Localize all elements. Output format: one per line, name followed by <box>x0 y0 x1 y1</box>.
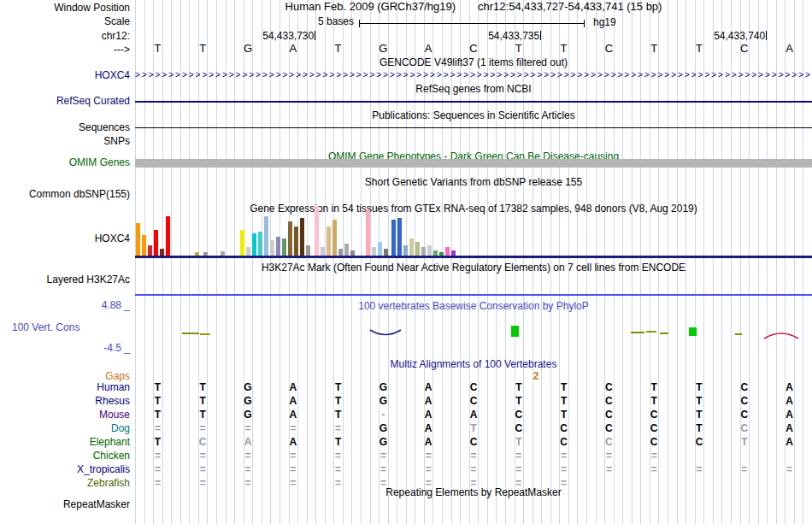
track-title-gencode[interactable]: GENCODE V49lift37 (1 items filtered out) <box>135 56 812 68</box>
alignment-base: = <box>561 450 567 462</box>
alignment-base: = <box>244 463 250 475</box>
conservation-mark <box>182 333 199 334</box>
alignment-base: G <box>380 395 387 407</box>
track-title-publications[interactable]: Publications: Sequences in Scientific Ar… <box>135 109 812 121</box>
track-label-snps[interactable]: SNPs <box>0 135 130 147</box>
species-label-zebrafish[interactable]: Zebrafish <box>0 477 130 489</box>
species-label-human[interactable]: Human <box>0 381 130 393</box>
track-label-refseq-curated[interactable]: RefSeq Curated <box>0 95 130 107</box>
gtex-bar <box>421 247 426 256</box>
track-label-100-vert-cons[interactable]: 100 Vert. Cons <box>12 321 79 333</box>
conservation-mark <box>660 333 668 334</box>
track-title-dbsnp[interactable]: Short Genetic Variants from dbSNP releas… <box>135 176 812 188</box>
alignment-base: G <box>380 422 387 434</box>
reference-base: T <box>561 43 568 55</box>
track-label-repeatmasker[interactable]: RepeatMasker <box>0 498 130 510</box>
chrom-label: chr12: <box>0 30 130 42</box>
ruler-coordinate: 54,433,730 <box>211 31 314 42</box>
refseq-item-line[interactable] <box>135 101 812 103</box>
alignment-base: C <box>740 422 748 434</box>
gene-label-hoxc4[interactable]: HOXC4 <box>0 69 130 81</box>
alignment-base: T <box>155 409 161 421</box>
alignment-base: = <box>651 450 657 462</box>
alignment-base: = <box>561 463 567 475</box>
track-title-repeatmasker[interactable]: Repeating Elements by RepeatMasker <box>135 486 812 498</box>
conservation-scale-min: -4.5 _ <box>0 342 130 354</box>
track-label-gaps[interactable]: Gaps <box>0 370 130 382</box>
gtex-bar <box>332 220 337 256</box>
conservation-scale-max: 4.88 _ <box>0 299 130 311</box>
species-label-chicken[interactable]: Chicken <box>0 450 130 462</box>
alignment-base: C <box>470 436 478 448</box>
reference-base: T <box>335 43 342 55</box>
alignment-base: = <box>426 450 432 462</box>
conservation-mark <box>200 333 210 335</box>
gtex-gene-label-hoxc4[interactable]: HOXC4 <box>0 233 130 244</box>
gtex-bar <box>252 233 256 256</box>
scale-bar <box>359 23 585 24</box>
track-title-h3k27ac[interactable]: H3K27Ac Mark (Often Found Near Active Re… <box>135 262 812 274</box>
reference-base: G <box>379 43 387 55</box>
conservation-mark <box>631 332 644 333</box>
alignment-base: A <box>425 436 432 448</box>
alignment-base: = <box>290 463 296 475</box>
reference-base: A <box>425 43 432 55</box>
alignment-base: = <box>290 422 296 434</box>
alignment-base: A <box>786 381 793 393</box>
alignment-base: = <box>696 463 702 475</box>
track-title-phylop[interactable]: 100 vertebrates Basewise Conservation by… <box>135 300 812 312</box>
gtex-bar <box>136 223 140 256</box>
track-label-common-dbsnp[interactable]: Common dbSNP(155) <box>0 188 130 200</box>
track-title-multiz[interactable]: Multiz Alignments of 100 Vertebrates <box>135 358 812 370</box>
sequences-item-line[interactable] <box>135 127 812 128</box>
alignment-base: C <box>605 409 613 421</box>
alignment-base: C <box>740 409 748 421</box>
track-title-refseq[interactable]: RefSeq genes from NCBI <box>135 83 812 95</box>
alignment-base: C <box>605 422 613 434</box>
alignment-base: = <box>335 463 341 475</box>
scale-bar-right-tick <box>584 20 585 27</box>
species-label-rhesus[interactable]: Rhesus <box>0 395 130 407</box>
alignment-base: T <box>515 381 521 393</box>
alignment-base: T <box>696 422 702 434</box>
alignment-base: C <box>740 381 748 393</box>
reference-base: T <box>696 43 703 55</box>
alignment-base: A <box>786 422 793 434</box>
reference-base: G <box>244 43 252 55</box>
alignment-base: = <box>515 450 521 462</box>
species-label-mouse[interactable]: Mouse <box>0 409 130 421</box>
reference-base: C <box>605 43 613 55</box>
position-text: chr12:54,433,727-54,433,741 (15 bp) <box>478 0 662 13</box>
track-label-omim-genes[interactable]: OMIM Genes <box>0 156 130 168</box>
gtex-bar <box>300 218 304 256</box>
h3k27ac-signal-baseline[interactable] <box>135 294 812 296</box>
alignment-base: = <box>470 463 476 475</box>
species-label-dog[interactable]: Dog <box>0 422 130 434</box>
alignment-base: A <box>289 381 297 393</box>
gtex-bar <box>372 247 376 256</box>
alignment-base: = <box>200 422 206 434</box>
species-label-x_tropicalis[interactable]: X_tropicalis <box>0 463 130 475</box>
alignment-base: A <box>289 436 297 448</box>
gtex-bar <box>148 245 152 256</box>
track-label-layered-h3k27ac[interactable]: Layered H3K27Ac <box>0 274 130 286</box>
alignment-base: A <box>244 436 252 448</box>
gtex-bar <box>445 247 450 256</box>
gtex-bar <box>321 247 325 256</box>
alignment-base: C <box>605 436 613 448</box>
conservation-mark <box>646 331 656 333</box>
gtex-bar <box>378 242 382 256</box>
gtex-bar <box>344 244 349 256</box>
omim-gene-bar[interactable] <box>135 159 812 168</box>
gtex-bar <box>154 230 158 256</box>
alignment-base: C <box>470 395 478 407</box>
alignment-base: T <box>651 395 657 407</box>
track-label-sequences[interactable]: Sequences <box>0 121 130 133</box>
species-label-elephant[interactable]: Elephant <box>0 436 130 448</box>
alignment-base: = <box>515 463 521 475</box>
gencode-gene-strand-arrows[interactable]: >>>>>>>>>>>>>>>>>>>>>>>>>>>>>>>>>>>>>>>>… <box>135 70 812 80</box>
alignment-base: A <box>786 436 793 448</box>
track-title-gtex[interactable]: Gene Expression in 54 tissues from GTEx … <box>135 203 812 215</box>
alignment-base: A <box>425 395 432 407</box>
window-position-label: Window Position <box>0 2 130 14</box>
